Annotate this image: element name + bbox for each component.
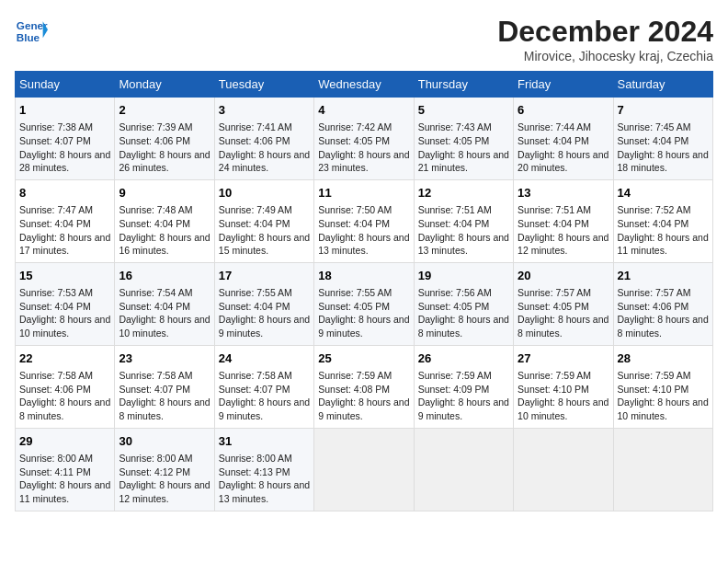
col-saturday: Saturday (613, 72, 712, 98)
day-number: 4 (318, 102, 409, 119)
calendar-week-row: 29 Sunrise: 8:00 AM Sunset: 4:11 PM Dayl… (16, 428, 713, 511)
day-number: 24 (219, 350, 310, 367)
table-row: 23 Sunrise: 7:58 AM Sunset: 4:07 PM Dayl… (115, 345, 214, 428)
month-title: December 2024 (497, 15, 713, 49)
sunrise-info: Sunrise: 7:50 AM (318, 203, 409, 217)
daylight-info: Daylight: 8 hours and 20 minutes. (518, 148, 609, 175)
logo: General Blue (15, 15, 48, 48)
sunset-info: Sunset: 4:10 PM (518, 383, 609, 396)
sunrise-info: Sunrise: 7:48 AM (119, 203, 210, 217)
daylight-info: Daylight: 8 hours and 10 minutes. (119, 313, 210, 339)
day-number: 30 (119, 433, 210, 450)
day-number: 5 (418, 102, 509, 119)
sunset-info: Sunset: 4:04 PM (518, 134, 609, 148)
day-number: 12 (418, 185, 509, 201)
day-number: 14 (618, 185, 709, 201)
sunrise-info: Sunrise: 7:55 AM (318, 286, 409, 300)
day-number: 28 (618, 350, 709, 367)
daylight-info: Daylight: 8 hours and 12 minutes. (518, 231, 609, 258)
table-row: 10 Sunrise: 7:49 AM Sunset: 4:04 PM Dayl… (214, 179, 313, 262)
table-row: 8 Sunrise: 7:47 AM Sunset: 4:04 PM Dayli… (16, 179, 115, 262)
day-number: 29 (19, 433, 110, 450)
daylight-info: Daylight: 8 hours and 17 minutes. (19, 231, 110, 258)
table-row: 3 Sunrise: 7:41 AM Sunset: 4:06 PM Dayli… (214, 98, 313, 180)
table-row: 28 Sunrise: 7:59 AM Sunset: 4:10 PM Dayl… (613, 345, 712, 428)
sunset-info: Sunset: 4:07 PM (119, 383, 210, 396)
table-row: 1 Sunrise: 7:38 AM Sunset: 4:07 PM Dayli… (16, 98, 115, 180)
sunrise-info: Sunrise: 7:47 AM (19, 203, 110, 217)
sunset-info: Sunset: 4:04 PM (518, 217, 609, 231)
sunset-info: Sunset: 4:04 PM (618, 134, 709, 148)
daylight-info: Daylight: 8 hours and 8 minutes. (618, 313, 709, 339)
table-row (414, 428, 513, 511)
sunset-info: Sunset: 4:09 PM (418, 383, 509, 396)
daylight-info: Daylight: 8 hours and 8 minutes. (518, 313, 609, 339)
table-row (314, 428, 414, 511)
daylight-info: Daylight: 8 hours and 9 minutes. (318, 313, 409, 339)
sunset-info: Sunset: 4:05 PM (418, 300, 509, 314)
day-number: 16 (119, 268, 210, 284)
table-row: 21 Sunrise: 7:57 AM Sunset: 4:06 PM Dayl… (613, 262, 712, 345)
sunrise-info: Sunrise: 7:56 AM (418, 286, 509, 300)
day-number: 27 (518, 350, 609, 367)
day-number: 9 (119, 185, 210, 201)
table-row: 12 Sunrise: 7:51 AM Sunset: 4:04 PM Dayl… (414, 179, 513, 262)
day-number: 13 (518, 185, 609, 201)
sunset-info: Sunset: 4:08 PM (318, 383, 409, 396)
col-tuesday: Tuesday (214, 72, 313, 98)
sunset-info: Sunset: 4:07 PM (219, 383, 310, 396)
day-number: 26 (418, 350, 509, 367)
calendar-table: Sunday Monday Tuesday Wednesday Thursday… (15, 71, 713, 511)
sunrise-info: Sunrise: 7:58 AM (19, 369, 110, 383)
calendar-header-row: Sunday Monday Tuesday Wednesday Thursday… (16, 72, 713, 98)
calendar-week-row: 8 Sunrise: 7:47 AM Sunset: 4:04 PM Dayli… (16, 179, 713, 262)
sunrise-info: Sunrise: 8:00 AM (19, 452, 110, 465)
col-sunday: Sunday (16, 72, 115, 98)
calendar-week-row: 22 Sunrise: 7:58 AM Sunset: 4:06 PM Dayl… (16, 345, 713, 428)
sunset-info: Sunset: 4:04 PM (418, 217, 509, 231)
daylight-info: Daylight: 8 hours and 9 minutes. (318, 396, 409, 422)
calendar-week-row: 1 Sunrise: 7:38 AM Sunset: 4:07 PM Dayli… (16, 98, 713, 180)
day-number: 3 (219, 102, 310, 119)
day-number: 23 (119, 350, 210, 367)
sunrise-info: Sunrise: 7:51 AM (518, 203, 609, 217)
sunset-info: Sunset: 4:04 PM (19, 300, 110, 314)
sunrise-info: Sunrise: 7:43 AM (418, 121, 509, 134)
calendar-week-row: 15 Sunrise: 7:53 AM Sunset: 4:04 PM Dayl… (16, 262, 713, 345)
table-row: 7 Sunrise: 7:45 AM Sunset: 4:04 PM Dayli… (613, 98, 712, 180)
daylight-info: Daylight: 8 hours and 8 minutes. (119, 396, 210, 422)
day-number: 11 (318, 185, 409, 201)
sunrise-info: Sunrise: 7:49 AM (219, 203, 310, 217)
table-row (613, 428, 712, 511)
daylight-info: Daylight: 8 hours and 8 minutes. (19, 396, 110, 422)
sunrise-info: Sunrise: 7:51 AM (418, 203, 509, 217)
sunrise-info: Sunrise: 7:53 AM (19, 286, 110, 300)
sunrise-info: Sunrise: 7:59 AM (318, 369, 409, 383)
sunset-info: Sunset: 4:04 PM (318, 217, 409, 231)
daylight-info: Daylight: 8 hours and 10 minutes. (618, 396, 709, 422)
daylight-info: Daylight: 8 hours and 28 minutes. (19, 148, 110, 175)
sunrise-info: Sunrise: 7:55 AM (219, 286, 310, 300)
day-number: 1 (19, 102, 110, 119)
table-row: 27 Sunrise: 7:59 AM Sunset: 4:10 PM Dayl… (514, 345, 613, 428)
sunset-info: Sunset: 4:04 PM (219, 300, 310, 314)
title-block: December 2024 Mirovice, Jihocesky kraj, … (497, 15, 713, 63)
daylight-info: Daylight: 8 hours and 9 minutes. (219, 396, 310, 422)
sunset-info: Sunset: 4:04 PM (119, 300, 210, 314)
svg-text:Blue: Blue (17, 31, 40, 43)
day-number: 7 (618, 102, 709, 119)
col-friday: Friday (514, 72, 613, 98)
col-thursday: Thursday (414, 72, 513, 98)
table-row: 17 Sunrise: 7:55 AM Sunset: 4:04 PM Dayl… (214, 262, 313, 345)
day-number: 6 (518, 102, 609, 119)
day-number: 20 (518, 268, 609, 284)
table-row: 5 Sunrise: 7:43 AM Sunset: 4:05 PM Dayli… (414, 98, 513, 180)
table-row: 20 Sunrise: 7:57 AM Sunset: 4:05 PM Dayl… (514, 262, 613, 345)
day-number: 18 (318, 268, 409, 284)
sunset-info: Sunset: 4:04 PM (219, 217, 310, 231)
daylight-info: Daylight: 8 hours and 8 minutes. (418, 313, 509, 339)
sunrise-info: Sunrise: 7:41 AM (219, 121, 310, 134)
sunset-info: Sunset: 4:13 PM (219, 465, 310, 479)
daylight-info: Daylight: 8 hours and 15 minutes. (219, 231, 310, 258)
daylight-info: Daylight: 8 hours and 11 minutes. (618, 231, 709, 258)
